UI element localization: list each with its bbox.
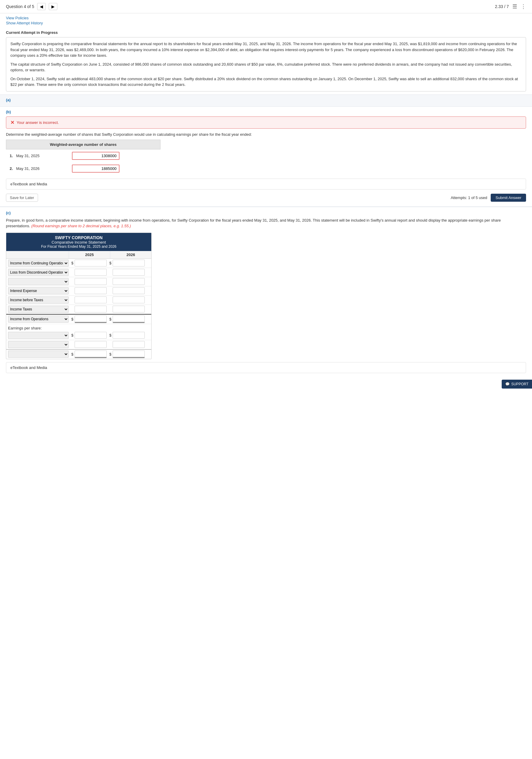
- part-a-section: (a): [0, 95, 532, 106]
- wa-row1-label: 1. May 31, 2025: [6, 149, 68, 162]
- eps-row-3: Earnings per Share - Continuing Operatio…: [6, 349, 151, 359]
- is-row-7: Income from Operations Income from Conti…: [6, 314, 151, 324]
- eps-input-1-2025[interactable]: [75, 332, 107, 339]
- input-row4-2026[interactable]: [113, 287, 145, 294]
- eps-dollar-1-2025: $: [70, 333, 73, 338]
- eps-input-3-2026[interactable]: [113, 350, 145, 358]
- is-row-2: Loss from Discontinued Operations Income…: [6, 268, 151, 277]
- is-row-3: Income from Continuing Operations Loss f…: [6, 277, 151, 286]
- input-row4-2025[interactable]: [75, 287, 107, 294]
- etextbook-label-b: eTextbook and Media: [10, 182, 47, 186]
- eps-section-label: Earnings per share:: [6, 324, 151, 331]
- is-row-1: Income from Continuing Operations Loss f…: [6, 259, 151, 268]
- view-policies-link[interactable]: View Policies: [6, 16, 526, 20]
- save-for-later-button[interactable]: Save for Later: [6, 194, 38, 202]
- input-row5-2025[interactable]: [75, 297, 107, 303]
- top-bar-left: Question 4 of 5 ◀ ▶: [6, 3, 57, 10]
- stmt-title: Comparative Income Statement: [9, 240, 148, 245]
- input-row3-2026[interactable]: [113, 278, 145, 285]
- links-section: View Policies Show Attempt History: [0, 13, 532, 28]
- error-message: Your answer is incorrect.: [17, 120, 59, 125]
- eps-select-2[interactable]: Earnings per Share - Continuing Operatio…: [8, 341, 69, 348]
- etextbook-bar-c: eTextbook and Media: [6, 362, 526, 373]
- round-note: (Round earnings per share to 2 decimal p…: [31, 224, 131, 228]
- submit-answer-button[interactable]: Submit Answer: [491, 194, 526, 202]
- list-icon-button[interactable]: ☰: [512, 3, 517, 10]
- row-1-select[interactable]: Income from Continuing Operations Loss f…: [8, 260, 69, 267]
- wa-input-1[interactable]: [72, 152, 119, 160]
- action-bar-b: Save for Later Attempts: 1 of 5 used Sub…: [6, 192, 526, 204]
- row-2-select[interactable]: Loss from Discontinued Operations Income…: [8, 269, 69, 276]
- eps-dollar-1-2026: $: [108, 333, 111, 338]
- eps-dollar-3-2025: $: [70, 352, 73, 356]
- row-7-select[interactable]: Income from Operations Income from Conti…: [8, 315, 69, 323]
- wa-row2-label: 2. May 31, 2026: [6, 162, 68, 175]
- input-row1-2026[interactable]: [113, 260, 145, 266]
- eps-input-3-2025[interactable]: [75, 350, 107, 358]
- input-row2-2025[interactable]: [75, 269, 107, 276]
- wa-description: Determine the weighted-average number of…: [6, 132, 526, 137]
- wa-input-2[interactable]: [72, 165, 119, 173]
- row-3-select[interactable]: Income from Continuing Operations Loss f…: [8, 278, 69, 285]
- col-2025: 2025: [69, 251, 110, 259]
- input-row3-2025[interactable]: [75, 278, 107, 285]
- wa-col-header: Weighted-average number of shares: [6, 140, 160, 149]
- part-c-label: (c): [6, 211, 526, 215]
- prev-button[interactable]: ◀: [37, 3, 46, 10]
- row-5-select[interactable]: Income before Taxes Income from Continui…: [8, 297, 69, 303]
- income-statement-table: SWIFTY CORPORATION Comparative Income St…: [6, 233, 151, 359]
- more-options-button[interactable]: ⋮: [521, 3, 526, 10]
- current-attempt-section: Current Attempt in Progress: [0, 28, 532, 37]
- eps-select-1[interactable]: Earnings per Share - Continuing Operatio…: [8, 332, 69, 339]
- input-row7-2025[interactable]: [75, 315, 107, 323]
- col-label-space: [6, 251, 69, 259]
- etextbook-bar-b: eTextbook and Media: [6, 179, 526, 189]
- page-number: 2.33 / 7: [495, 4, 509, 9]
- is-row-4: Interest Expense Income from Continuing …: [6, 286, 151, 296]
- eps-input-2-2025[interactable]: [75, 341, 107, 348]
- error-icon: ✕: [10, 120, 14, 125]
- wa-row2-input-cell: [68, 162, 160, 175]
- question-paragraph-2: The capital structure of Swifty Corporat…: [10, 61, 522, 73]
- col-2026: 2026: [110, 251, 151, 259]
- row-6-select[interactable]: Income Taxes Income from Continuing Oper…: [8, 306, 69, 313]
- input-row5-2026[interactable]: [113, 297, 145, 303]
- is-header: SWIFTY CORPORATION Comparative Income St…: [6, 233, 151, 251]
- wa-row1-input-cell: [68, 149, 160, 162]
- part-c-section: (c) Prepare, in good form, a comparative…: [0, 207, 532, 377]
- eps-row-1: Earnings per Share - Continuing Operatio…: [6, 331, 151, 340]
- wa-row-1: 1. May 31, 2025: [6, 149, 160, 162]
- question-paragraph-1: Swifty Corporation is preparing the comp…: [10, 41, 522, 59]
- part-b-section: (b) ✕ Your answer is incorrect. Determin…: [0, 106, 532, 207]
- is-row-6: Income Taxes Income from Continuing Oper…: [6, 305, 151, 314]
- dollar-1-2026: $: [108, 261, 111, 265]
- input-row1-2025[interactable]: [75, 260, 107, 266]
- question-text-box: Swifty Corporation is preparing the comp…: [6, 37, 526, 92]
- top-bar-right: 2.33 / 7 ☰ ⋮: [495, 3, 526, 10]
- dollar-2-2025-spacer: [70, 270, 73, 274]
- next-button[interactable]: ▶: [49, 3, 57, 10]
- eps-input-2-2026[interactable]: [113, 341, 145, 348]
- eps-input-1-2026[interactable]: [113, 332, 145, 339]
- input-row7-2026[interactable]: [113, 315, 145, 323]
- question-paragraph-3: On October 1, 2024, Swifty sold an addit…: [10, 76, 522, 88]
- input-row2-2026[interactable]: [113, 269, 145, 276]
- input-row6-2025[interactable]: [75, 306, 107, 312]
- dollar-7-2026: $: [108, 317, 111, 321]
- is-row-5: Income before Taxes Income from Continui…: [6, 296, 151, 305]
- submit-area: Attempts: 1 of 5 used Submit Answer: [451, 194, 526, 202]
- corp-name: SWIFTY CORPORATION: [9, 235, 148, 240]
- current-attempt-label: Current Attempt in Progress: [6, 30, 58, 35]
- row-4-select[interactable]: Interest Expense Income from Continuing …: [8, 287, 69, 295]
- eps-select-3[interactable]: Earnings per Share - Continuing Operatio…: [8, 350, 69, 358]
- show-attempt-link[interactable]: Show Attempt History: [6, 21, 526, 25]
- eps-row-2: Earnings per Share - Continuing Operatio…: [6, 340, 151, 349]
- dollar-2-2026-spacer: [108, 270, 111, 274]
- weighted-average-table: Weighted-average number of shares 1. May…: [6, 140, 160, 175]
- dollar-7-2025: $: [70, 317, 73, 321]
- question-label: Question 4 of 5: [6, 4, 34, 9]
- etextbook-label-c: eTextbook and Media: [10, 365, 47, 370]
- dollar-1-2025: $: [70, 261, 73, 265]
- input-row6-2026[interactable]: [113, 306, 145, 312]
- top-bar: Question 4 of 5 ◀ ▶ 2.33 / 7 ☰ ⋮: [0, 0, 532, 13]
